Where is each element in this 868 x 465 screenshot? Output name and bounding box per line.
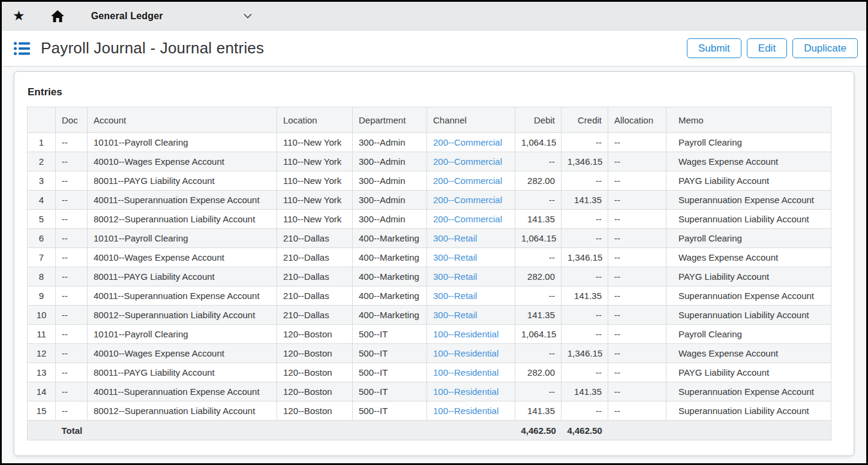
allocation-cell: -- — [608, 286, 666, 306]
channel-link[interactable]: 100--Residential — [433, 387, 498, 397]
application-menu[interactable]: General Ledger — [91, 11, 252, 22]
debit-cell: -- — [515, 344, 561, 363]
doc-cell: -- — [56, 267, 88, 286]
col-header-memo: Memo — [666, 107, 831, 133]
favorite-star-icon[interactable]: ★ — [13, 9, 25, 23]
channel-link[interactable]: 300--Retail — [433, 252, 477, 262]
channel-cell: 300--Retail — [427, 286, 515, 306]
entries-tbody: 1--10101--Payroll Clearing110--New York3… — [28, 133, 831, 421]
department-cell: 500--IT — [353, 382, 427, 401]
page-title: Payroll Journal - Journal entries — [41, 39, 264, 58]
location-cell: 210--Dallas — [277, 248, 353, 267]
doc-cell: -- — [56, 306, 88, 325]
allocation-cell: -- — [608, 171, 666, 191]
location-cell: 120--Boston — [277, 382, 353, 401]
allocation-cell: -- — [608, 325, 666, 344]
row-number-cell: 1 — [28, 133, 56, 152]
debit-cell: 141.35 — [515, 401, 561, 421]
row-number-cell: 8 — [28, 267, 56, 286]
channel-cell: 200--Commercial — [427, 171, 515, 191]
submit-button[interactable]: Submit — [687, 38, 741, 58]
channel-cell: 200--Commercial — [427, 133, 515, 152]
memo-cell: Payroll Clearing — [666, 325, 831, 344]
channel-link[interactable]: 200--Commercial — [433, 195, 502, 205]
memo-cell: Payroll Clearing — [666, 133, 831, 152]
doc-cell: -- — [56, 210, 88, 229]
row-number-cell: 10 — [28, 306, 56, 325]
debit-cell: 282.00 — [515, 171, 561, 191]
credit-cell: 141.35 — [561, 382, 608, 401]
account-cell: 80011--PAYG Liability Account — [88, 171, 277, 191]
location-cell: 110--New York — [277, 191, 353, 210]
channel-link[interactable]: 300--Retail — [433, 271, 477, 282]
account-cell: 40010--Wages Expense Account — [88, 344, 277, 363]
location-cell: 210--Dallas — [277, 306, 353, 325]
debit-cell: -- — [515, 191, 561, 210]
allocation-cell: -- — [608, 210, 666, 229]
department-cell: 500--IT — [353, 325, 427, 344]
channel-link[interactable]: 200--Commercial — [433, 137, 502, 147]
credit-cell: -- — [561, 229, 608, 248]
allocation-cell: -- — [608, 363, 666, 382]
memo-cell: Superannuation Expense Account — [666, 286, 831, 306]
account-cell: 10101--Payroll Clearing — [88, 229, 277, 248]
table-row: 3--80011--PAYG Liability Account110--New… — [28, 171, 831, 191]
channel-link[interactable]: 200--Commercial — [433, 176, 502, 186]
allocation-cell: -- — [608, 248, 666, 267]
col-header-credit: Credit — [561, 107, 608, 133]
allocation-cell: -- — [608, 133, 666, 152]
credit-cell: -- — [561, 401, 608, 421]
channel-link[interactable]: 200--Commercial — [433, 156, 502, 167]
doc-cell: -- — [56, 171, 88, 191]
credit-cell: -- — [561, 325, 608, 344]
debit-cell: 1,064.15 — [515, 133, 561, 152]
table-row: 2--40010--Wages Expense Account110--New … — [28, 152, 831, 171]
row-number-cell: 11 — [28, 325, 56, 344]
title-bar: Payroll Journal - Journal entries Submit… — [2, 31, 866, 67]
channel-link[interactable]: 100--Residential — [433, 406, 498, 416]
account-cell: 40011--Superannuation Expense Account — [88, 286, 277, 306]
journal-list-icon[interactable] — [14, 41, 30, 56]
debit-cell: -- — [515, 382, 561, 401]
memo-cell: Superannuation Liability Account — [666, 210, 831, 229]
memo-cell: Wages Expense Account — [666, 344, 831, 363]
debit-cell: 141.35 — [515, 306, 561, 325]
doc-cell: -- — [56, 363, 88, 382]
row-number-cell: 15 — [28, 401, 56, 421]
channel-link[interactable]: 100--Residential — [433, 367, 498, 378]
row-number-cell: 5 — [28, 210, 56, 229]
channel-cell: 200--Commercial — [427, 210, 515, 229]
debit-cell: -- — [515, 152, 561, 171]
channel-link[interactable]: 300--Retail — [433, 291, 477, 301]
department-cell: 500--IT — [353, 363, 427, 382]
row-number-cell: 14 — [28, 382, 56, 401]
total-blank — [28, 421, 56, 440]
chevron-down-icon — [244, 13, 252, 19]
channel-link[interactable]: 100--Residential — [433, 329, 498, 339]
location-cell: 210--Dallas — [277, 229, 353, 248]
channel-cell: 300--Retail — [427, 306, 515, 325]
channel-link[interactable]: 300--Retail — [433, 233, 477, 243]
channel-cell: 100--Residential — [427, 363, 515, 382]
total-credit: 4,462.50 — [561, 421, 608, 440]
channel-cell: 100--Residential — [427, 344, 515, 363]
channel-link[interactable]: 300--Retail — [433, 310, 477, 320]
credit-cell: -- — [561, 267, 608, 286]
allocation-cell: -- — [608, 401, 666, 421]
total-row: Total 4,462.50 4,462.50 — [28, 421, 831, 440]
channel-link[interactable]: 200--Commercial — [433, 214, 502, 224]
duplicate-button[interactable]: Duplicate — [792, 38, 858, 58]
edit-button[interactable]: Edit — [747, 38, 787, 58]
table-row: 5--80012--Superannuation Liability Accou… — [28, 210, 831, 229]
home-icon[interactable] — [50, 10, 65, 23]
location-cell: 120--Boston — [277, 344, 353, 363]
account-cell: 80011--PAYG Liability Account — [88, 267, 277, 286]
table-row: 15--80012--Superannuation Liability Acco… — [28, 401, 831, 421]
doc-cell: -- — [56, 344, 88, 363]
department-cell: 300--Admin — [353, 210, 427, 229]
total-label: Total — [56, 421, 515, 440]
col-header-debit: Debit — [515, 107, 561, 133]
col-header-allocation: Allocation — [608, 107, 666, 133]
channel-link[interactable]: 100--Residential — [433, 348, 498, 358]
debit-cell: 282.00 — [515, 363, 561, 382]
